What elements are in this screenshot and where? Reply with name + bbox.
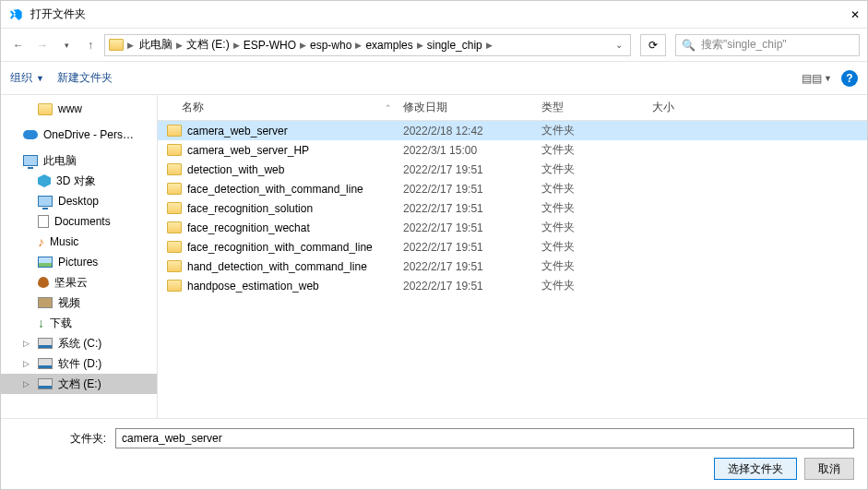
folder-label: 文件夹: xyxy=(14,431,106,447)
folder-name-input[interactable] xyxy=(115,428,854,448)
folder-tree[interactable]: wwwOneDrive - Pers…此电脑3D 对象DesktopDocume… xyxy=(1,95,158,418)
chevron-right-icon[interactable]: ▶ xyxy=(300,41,306,50)
file-row[interactable]: face_recognition_solution2022/2/17 19:51… xyxy=(158,198,867,218)
file-name: face_recognition_with_command_line xyxy=(187,241,373,254)
pic-icon xyxy=(38,257,53,268)
folder-icon xyxy=(167,241,182,253)
new-folder-button[interactable]: 新建文件夹 xyxy=(57,70,113,86)
forward-button[interactable]: → xyxy=(32,35,53,55)
refresh-button[interactable]: ⟳ xyxy=(640,34,666,56)
expand-icon[interactable]: ▷ xyxy=(23,379,32,388)
view-options-button[interactable]: ▤▤▼ xyxy=(802,72,832,85)
expand-icon[interactable]: ▷ xyxy=(23,359,32,368)
file-row[interactable]: detection_with_web2022/2/17 19:51文件夹 xyxy=(158,160,867,179)
breadcrumb-segment[interactable]: 此电脑 xyxy=(136,37,176,53)
expand-icon[interactable]: ▷ xyxy=(23,339,32,348)
monitor-icon xyxy=(38,196,53,207)
breadcrumb-segment[interactable]: examples xyxy=(362,39,416,52)
col-type[interactable]: 类型 xyxy=(536,100,647,115)
file-name: camera_web_server_HP xyxy=(187,144,309,157)
organize-button[interactable]: 组织▼ xyxy=(10,70,44,86)
tree-item[interactable]: ▷文档 (E:) xyxy=(1,374,157,394)
tree-item-label: 坚果云 xyxy=(54,275,88,291)
folder-icon xyxy=(167,260,182,272)
tree-item[interactable]: ♪Music xyxy=(1,232,157,252)
folder-icon xyxy=(167,280,182,292)
file-name: hand_detection_with_command_line xyxy=(187,260,367,273)
close-button[interactable]: ✕ xyxy=(850,8,860,21)
nut-icon xyxy=(38,277,49,288)
tree-item[interactable]: ↓下载 xyxy=(1,313,157,333)
tree-item[interactable]: ▷软件 (D:) xyxy=(1,353,157,374)
search-input[interactable]: 🔍 搜索"single_chip" xyxy=(675,34,860,56)
window-title: 打开文件夹 xyxy=(30,6,850,22)
tree-item-label: 文档 (E:) xyxy=(58,376,101,392)
file-row[interactable]: face_recognition_wechat2022/2/17 19:51文件… xyxy=(158,218,867,237)
breadcrumb-segment[interactable]: 文档 (E:) xyxy=(183,37,233,53)
file-type: 文件夹 xyxy=(536,123,647,138)
breadcrumb[interactable]: ▶ 此电脑▶文档 (E:)▶ESP-WHO▶esp-who▶examples▶s… xyxy=(104,34,631,56)
folder-icon xyxy=(167,125,182,137)
tree-item[interactable]: www xyxy=(1,99,157,119)
disk-icon xyxy=(38,358,53,369)
titlebar: 打开文件夹 ✕ xyxy=(1,1,867,29)
tree-item[interactable]: 坚果云 xyxy=(1,272,157,293)
file-date: 2022/2/18 12:42 xyxy=(398,125,536,137)
file-row[interactable]: camera_web_server2022/2/18 12:42文件夹 xyxy=(158,121,867,140)
folder-icon xyxy=(167,202,182,214)
col-name[interactable]: 名称⌃ xyxy=(158,100,398,115)
breadcrumb-segment[interactable]: ESP-WHO xyxy=(240,39,300,52)
monitor-icon xyxy=(23,155,38,166)
file-type: 文件夹 xyxy=(536,278,647,293)
up-button[interactable]: ↑ xyxy=(80,35,101,55)
folder-icon xyxy=(167,163,182,175)
toolbar: 组织▼ 新建文件夹 ▤▤▼ ? xyxy=(1,62,867,95)
tree-item-label: 视频 xyxy=(58,295,80,311)
file-date: 2022/2/17 19:51 xyxy=(398,221,536,234)
file-row[interactable]: face_detection_with_command_line2022/2/1… xyxy=(158,179,867,198)
cancel-button[interactable]: 取消 xyxy=(804,458,854,480)
chevron-right-icon[interactable]: ▶ xyxy=(127,41,134,50)
file-date: 2022/3/1 15:00 xyxy=(398,144,536,157)
recent-dropdown[interactable]: ▾ xyxy=(56,35,77,55)
file-name: detection_with_web xyxy=(187,163,284,176)
file-row[interactable]: camera_web_server_HP2022/3/1 15:00文件夹 xyxy=(158,140,867,160)
breadcrumb-dropdown[interactable]: ⌄ xyxy=(615,40,623,50)
select-folder-button[interactable]: 选择文件夹 xyxy=(714,458,797,480)
tree-item-label: 软件 (D:) xyxy=(58,356,101,372)
chevron-right-icon[interactable]: ▶ xyxy=(233,41,240,50)
main-area: wwwOneDrive - Pers…此电脑3D 对象DesktopDocume… xyxy=(1,95,867,418)
tree-item[interactable]: Documents xyxy=(1,211,157,232)
back-button[interactable]: ← xyxy=(8,35,29,55)
folder-icon xyxy=(167,144,182,156)
file-date: 2022/2/17 19:51 xyxy=(398,260,536,273)
file-name: face_detection_with_command_line xyxy=(187,183,363,196)
col-date[interactable]: 修改日期 xyxy=(398,100,536,115)
disk-icon xyxy=(38,378,53,389)
file-row[interactable]: hand_detection_with_command_line2022/2/1… xyxy=(158,257,867,276)
tree-item[interactable]: 此电脑 xyxy=(1,150,157,171)
address-bar: ← → ▾ ↑ ▶ 此电脑▶文档 (E:)▶ESP-WHO▶esp-who▶ex… xyxy=(1,29,867,62)
tree-item[interactable]: 3D 对象 xyxy=(1,171,157,191)
file-name: face_recognition_solution xyxy=(187,202,313,215)
chevron-right-icon[interactable]: ▶ xyxy=(486,41,493,50)
disk-icon xyxy=(38,338,53,349)
breadcrumb-segment[interactable]: esp-who xyxy=(306,39,355,52)
file-row[interactable]: handpose_estimation_web2022/2/17 19:51文件… xyxy=(158,276,867,295)
file-list-body[interactable]: camera_web_server2022/2/18 12:42文件夹camer… xyxy=(158,121,867,418)
folder-icon xyxy=(109,39,124,51)
tree-item[interactable]: Desktop xyxy=(1,191,157,211)
chevron-right-icon[interactable]: ▶ xyxy=(355,41,362,50)
tree-item[interactable]: 视频 xyxy=(1,293,157,313)
chevron-right-icon[interactable]: ▶ xyxy=(417,41,423,50)
tree-item[interactable]: Pictures xyxy=(1,252,157,272)
search-icon: 🔍 xyxy=(682,39,696,52)
file-row[interactable]: face_recognition_with_command_line2022/2… xyxy=(158,237,867,257)
chevron-right-icon[interactable]: ▶ xyxy=(176,41,183,50)
col-size[interactable]: 大小 xyxy=(647,100,720,115)
column-headers: 名称⌃ 修改日期 类型 大小 xyxy=(158,95,867,121)
help-button[interactable]: ? xyxy=(841,70,858,87)
breadcrumb-segment[interactable]: single_chip xyxy=(423,39,486,52)
tree-item[interactable]: OneDrive - Pers… xyxy=(1,125,157,145)
tree-item[interactable]: ▷系统 (C:) xyxy=(1,333,157,353)
